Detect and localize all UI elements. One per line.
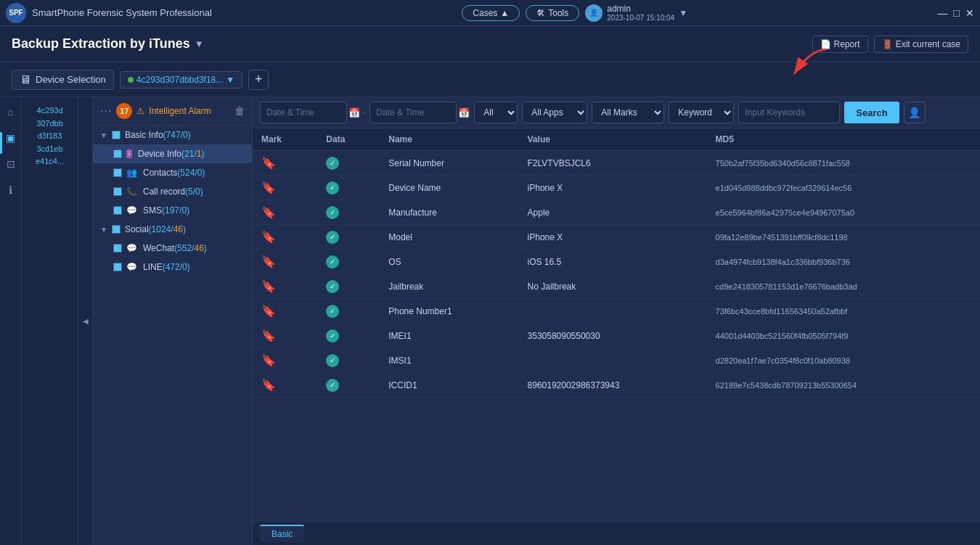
tree-item-social[interactable]: ▼ Social(1024/46) [93, 220, 252, 239]
user-info: 👤 admin 2023-10-07 15:10:04 ▼ [585, 4, 687, 22]
mark-bookmark-icon[interactable]: 🔖 [261, 206, 276, 218]
date-divider: - [362, 106, 365, 119]
tree-item-call-record[interactable]: 📞 Call record(5/0) [93, 182, 252, 201]
tree-item-contacts[interactable]: 👥 Contacts(524/0) [93, 163, 252, 182]
social-label: Social(1024/46) [125, 224, 186, 234]
minimize-button[interactable]: — [938, 7, 948, 19]
title-bar-center: Cases ▲ 🛠 Tools 👤 admin 2023-10-07 15:10… [462, 4, 687, 22]
cell-value: 8960192002986373943 [519, 373, 707, 398]
wechat-label: WeChat(552/46) [143, 243, 207, 253]
cell-data: ✓ [317, 225, 380, 250]
calendar-start-icon[interactable]: 📅 [348, 107, 360, 118]
tab-basic[interactable]: Basic [260, 525, 304, 542]
cell-name: Model [380, 225, 518, 250]
checkbox-sms[interactable] [113, 206, 122, 215]
cell-name: Jailbreak [380, 274, 518, 299]
cell-md5: 750b2af75f35bd6340d56c8871fac558 [707, 151, 980, 176]
home-nav-button[interactable]: ⌂ [7, 106, 13, 118]
close-button[interactable]: ✕ [965, 7, 974, 19]
user-name: admin [607, 4, 674, 14]
tree-item-line[interactable]: 💬 LINE(472/0) [93, 258, 252, 276]
table-row: 🔖 ✓ OS iOS 16.5 d3a4974fcb9138f4a1c336bb… [253, 250, 980, 274]
exit-button[interactable]: 🚪 Exit current case [874, 36, 968, 53]
search-button[interactable]: Search [844, 102, 899, 123]
alarm-delete-icon[interactable]: 🗑 [234, 105, 245, 117]
tree-panel: ··· 17 ⚠ Intelligent Alarm 🗑 ▼ Basic Inf… [93, 97, 253, 545]
expand-social-icon: ▼ [100, 226, 107, 234]
folder-nav-button[interactable]: ⊡ [7, 158, 15, 170]
keyword-filter-select[interactable]: Keyword [669, 102, 734, 123]
mark-bookmark-icon[interactable]: 🔖 [261, 231, 276, 243]
all-filter-select[interactable]: All [474, 102, 518, 123]
date-start-input[interactable] [260, 102, 347, 123]
device-id-button[interactable]: 4c293d307dbbd3f18... ▼ [120, 71, 242, 89]
checkbox-line[interactable] [113, 263, 122, 271]
title-bar-left: SPF SmartPhone Forensic System Professio… [6, 3, 212, 23]
table-row: 🔖 ✓ Manufacture Apple e5ce5964bf86a42975… [253, 200, 980, 225]
mark-bookmark-icon[interactable]: 🔖 [261, 354, 276, 366]
col-mark: Mark [253, 128, 317, 151]
title-bar: SPF SmartPhone Forensic System Professio… [0, 0, 980, 26]
data-nav-button[interactable]: ▣ [6, 132, 15, 144]
basic-info-label: Basic Info(747/0) [125, 130, 191, 140]
mark-bookmark-icon[interactable]: 🔖 [261, 329, 276, 342]
panel-collapse-button[interactable]: ◀ [78, 97, 93, 545]
cell-mark: 🔖 [253, 373, 317, 398]
device-selection-label: Device Selection [36, 74, 106, 85]
window-controls: — □ ✕ [938, 7, 974, 19]
cell-value [519, 348, 707, 373]
tree-list: ▼ Basic Info(747/0) i Device Info(21/1) … [93, 126, 252, 545]
mark-bookmark-icon[interactable]: 🔖 [261, 157, 276, 169]
alarm-icon: ⚠ [136, 106, 144, 116]
tree-more-button[interactable]: ··· [100, 105, 112, 118]
line-label: LINE(472/0) [143, 262, 190, 272]
apps-filter-select[interactable]: All Apps [522, 102, 587, 123]
app-logo: SPF [6, 3, 26, 23]
cell-name: ICCID1 [380, 373, 518, 398]
checkbox-contacts[interactable] [113, 168, 122, 177]
keyword-input[interactable] [738, 102, 840, 123]
maximize-button[interactable]: □ [954, 7, 960, 19]
mark-bookmark-icon[interactable]: 🔖 [261, 255, 276, 268]
calendar-end-icon[interactable]: 📅 [458, 107, 470, 118]
data-table: Mark Data Name Value MD5 [253, 128, 980, 398]
mark-bookmark-icon[interactable]: 🔖 [261, 305, 276, 317]
tree-item-basic-info[interactable]: ▼ Basic Info(747/0) [93, 126, 252, 144]
sms-label: SMS(197/0) [143, 205, 189, 216]
data-area: 📅 - 📅 All All Apps All Marks Keyword Sea… [253, 97, 980, 545]
filter-bar: 📅 - 📅 All All Apps All Marks Keyword Sea… [253, 97, 980, 128]
exit-icon: 🚪 [882, 39, 893, 49]
device-selection-button[interactable]: 🖥 Device Selection [12, 70, 114, 90]
cell-data: ✓ [317, 176, 380, 200]
icon-sidebar: ⌂ ▣ ⊡ ℹ [0, 97, 22, 545]
sms-icon: 💬 [126, 205, 137, 216]
report-button[interactable]: 📄 Report [812, 36, 868, 53]
tree-item-wechat[interactable]: 💬 WeChat(552/46) [93, 239, 252, 258]
header-actions: 📄 Report 🚪 Exit current case [812, 36, 968, 53]
marks-filter-select[interactable]: All Marks [592, 102, 664, 123]
date-range-start: 📅 - [260, 102, 365, 123]
checkbox-wechat[interactable] [113, 244, 122, 253]
tree-item-device-info[interactable]: i Device Info(21/1) [93, 144, 252, 163]
call-icon: 📞 [126, 187, 137, 197]
title-dropdown-icon[interactable]: ▼ [195, 38, 204, 49]
checkbox-device-info[interactable] [113, 149, 122, 158]
date-end-input[interactable] [369, 102, 457, 123]
checkbox-social[interactable] [112, 225, 121, 234]
cell-md5: 09fa12e89be7451391bff09cf8dc1198 [707, 225, 980, 250]
info-nav-button[interactable]: ℹ [9, 184, 12, 196]
device-info-label: Device Info(21/1) [138, 149, 204, 159]
export-button[interactable]: 👤 [904, 102, 926, 123]
cases-button[interactable]: Cases ▲ [462, 5, 520, 21]
mark-bookmark-icon[interactable]: 🔖 [261, 280, 276, 292]
cell-data: ✓ [317, 250, 380, 274]
add-device-button[interactable]: + [248, 70, 269, 90]
data-table-container: Mark Data Name Value MD5 [253, 128, 980, 521]
checkbox-call[interactable] [113, 187, 122, 196]
main-area: ⌂ ▣ ⊡ ℹ 4c293d307dbbd3f1833cd1ebe41c4...… [0, 97, 980, 545]
checkbox-basic[interactable] [112, 131, 121, 139]
mark-bookmark-icon[interactable]: 🔖 [261, 181, 276, 194]
tools-button[interactable]: 🛠 Tools [526, 5, 579, 21]
mark-bookmark-icon[interactable]: 🔖 [261, 379, 276, 391]
tree-item-sms[interactable]: 💬 SMS(197/0) [93, 201, 252, 220]
